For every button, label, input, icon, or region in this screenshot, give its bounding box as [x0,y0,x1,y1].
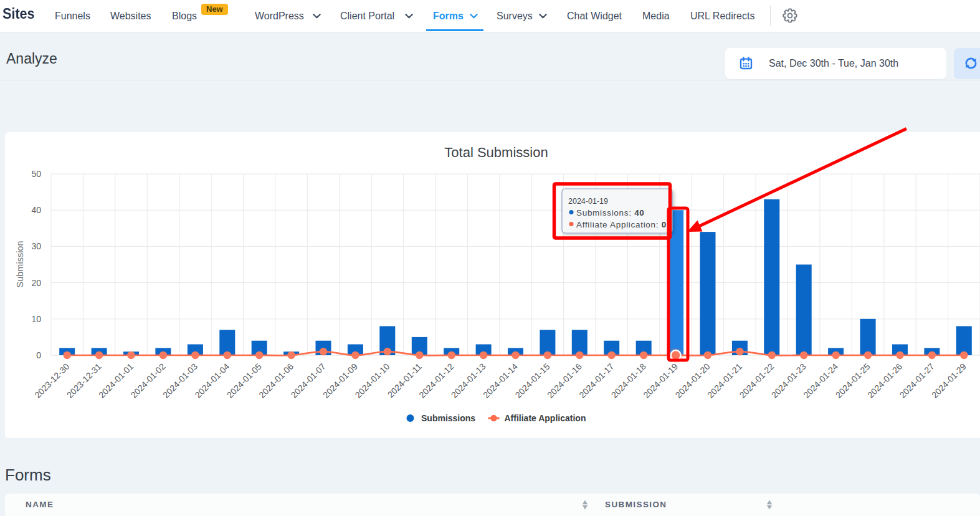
svg-text:2024-01-10: 2024-01-10 [353,361,391,400]
svg-text:Submissions: 40: Submissions: 40 [576,208,645,217]
svg-text:Affiliate Application: 0: Affiliate Application: 0 [576,220,667,229]
svg-text:Submission: Submission [15,241,25,288]
svg-text:Total Submission: Total Submission [444,145,548,160]
svg-text:20: 20 [31,278,41,288]
svg-text:50: 50 [31,169,41,179]
svg-text:0: 0 [36,350,41,360]
svg-text:2024-01-19: 2024-01-19 [568,197,608,206]
svg-text:Affiliate Application: Affiliate Application [505,413,586,423]
svg-text:30: 30 [31,241,41,251]
svg-text:40: 40 [31,205,41,215]
svg-text:10: 10 [31,314,41,324]
svg-text:Submissions: Submissions [421,413,475,423]
svg-text:2024-01-29: 2024-01-29 [930,361,968,400]
